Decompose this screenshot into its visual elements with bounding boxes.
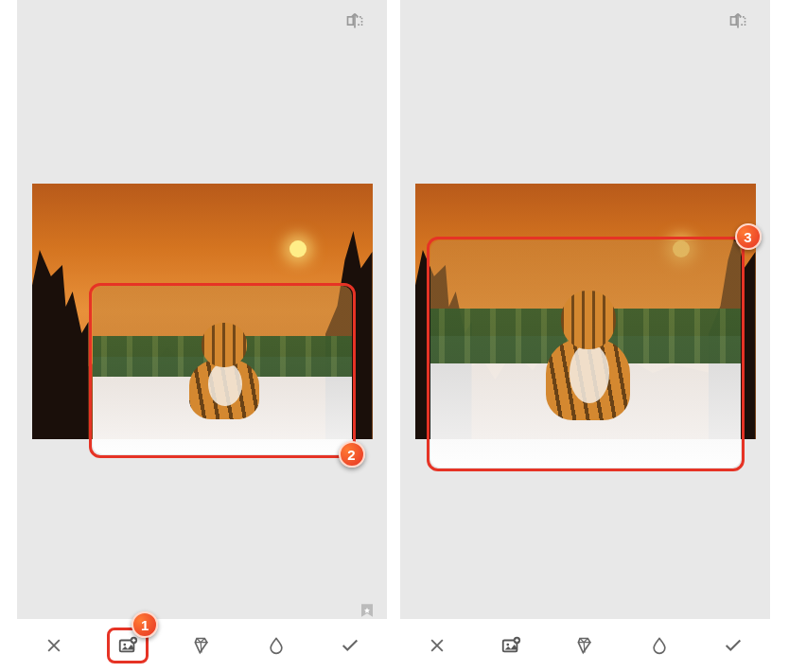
add-image-button[interactable]: 1 <box>107 625 149 666</box>
style-icon <box>192 636 211 655</box>
check-icon <box>723 635 744 656</box>
close-button[interactable] <box>33 625 75 666</box>
compare-button[interactable] <box>717 0 759 42</box>
close-icon <box>44 636 63 655</box>
confirm-button[interactable] <box>329 625 371 666</box>
style-button[interactable] <box>181 625 222 666</box>
drop-button[interactable] <box>639 625 680 666</box>
drop-button[interactable] <box>255 625 297 666</box>
svg-rect-0 <box>348 17 354 25</box>
canvas-area: 2 <box>17 42 387 581</box>
base-image-wrap[interactable]: 2 <box>32 184 373 439</box>
bottom-toolbar <box>400 619 770 672</box>
style-icon <box>575 636 594 655</box>
drop-icon <box>650 636 669 655</box>
annotation-3: 3 <box>735 223 762 250</box>
annotation-2: 2 <box>339 441 365 468</box>
phone-screen-left: 2 1 <box>17 0 387 672</box>
phone-screen-right: 3 <box>400 0 770 672</box>
overlay-image[interactable] <box>430 240 741 468</box>
sun <box>289 240 307 257</box>
style-button[interactable] <box>564 625 605 666</box>
canvas-area: 3 <box>400 42 770 581</box>
tiger <box>181 323 269 427</box>
add-image-icon <box>117 635 138 656</box>
svg-point-6 <box>507 644 510 646</box>
close-icon <box>428 636 447 655</box>
svg-rect-4 <box>731 17 737 25</box>
check-icon <box>340 635 360 656</box>
compare-button[interactable] <box>334 0 376 42</box>
tiger <box>535 291 641 432</box>
compare-icon <box>728 11 747 30</box>
base-image-wrap[interactable]: 3 <box>415 184 756 439</box>
bottom-toolbar: 1 <box>17 619 387 672</box>
svg-point-2 <box>124 644 127 646</box>
top-bar <box>400 0 770 42</box>
drop-icon <box>267 636 286 655</box>
add-image-icon <box>500 635 521 656</box>
overlay-image[interactable] <box>93 286 352 454</box>
annotation-1: 1 <box>132 611 158 638</box>
compare-icon <box>345 11 364 30</box>
bookmark-icon[interactable] <box>359 602 376 619</box>
top-bar <box>17 0 387 42</box>
close-button[interactable] <box>416 625 458 666</box>
confirm-button[interactable] <box>712 625 754 666</box>
add-image-button[interactable] <box>490 625 532 666</box>
